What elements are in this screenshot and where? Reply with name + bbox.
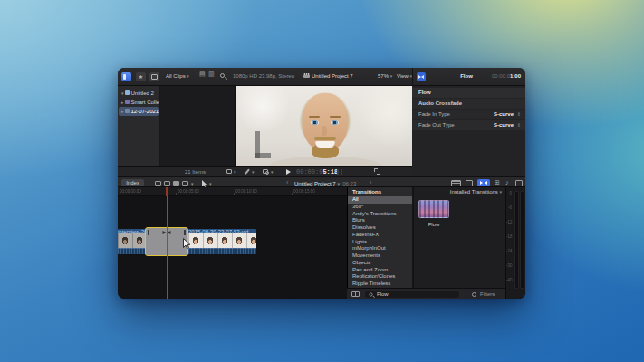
category-objects[interactable]: Objects — [348, 260, 412, 267]
search-input[interactable]: Flow — [365, 291, 459, 298]
play-button[interactable] — [286, 169, 291, 175]
popup-arrows-icon: ⇕ — [517, 120, 521, 130]
clip-appearance-icon[interactable] — [451, 180, 461, 186]
audio-meter-mini[interactable] — [341, 169, 342, 175]
category-mmorphinout[interactable]: mMorphInOut — [348, 245, 412, 252]
clip-filmstrip — [118, 233, 149, 248]
meter-db-label: -30 — [506, 263, 512, 268]
disclosure-triangle-icon[interactable]: ▸ — [121, 109, 124, 114]
filters-icon[interactable] — [472, 292, 476, 297]
search-icon — [370, 292, 373, 296]
titles-generators-sidebar-toggle[interactable] — [149, 72, 159, 81]
transitions-search-bar: Flow Filters — [347, 288, 505, 299]
sidebar-item-smart-collections[interactable]: ▸Smart Colle... — [119, 98, 159, 107]
chevron-down-icon: ▾ — [187, 73, 189, 79]
fade-out-type-popup[interactable]: S-curve — [494, 120, 514, 130]
media-info-label: 1080p HD 23.98p, Stereo — [233, 71, 294, 81]
category-all[interactable]: All — [348, 196, 412, 204]
trim-handle-right[interactable] — [184, 230, 186, 235]
timeline-project-duration: 06:23 — [342, 181, 356, 186]
event-browser[interactable] — [160, 86, 236, 166]
chevron-down-icon: ▾ — [337, 181, 340, 186]
category-andys-transitions[interactable]: Andy's Transitions — [348, 211, 412, 218]
transition-duration[interactable]: 00:00:01:00 — [492, 71, 521, 81]
index-button[interactable]: Index — [121, 179, 144, 186]
meter-db-label: -18 — [506, 234, 512, 239]
timeline-ruler[interactable]: 00:00:00:00 00:00:05:00 00:00:10:00 00:0… — [118, 187, 347, 196]
chevron-down-icon: ▾ — [390, 73, 393, 79]
effects-browser-icon[interactable] — [515, 180, 523, 186]
append-clip-icon[interactable] — [173, 181, 179, 186]
video-subject-brow — [330, 116, 341, 118]
chevron-down-icon: ▾ — [271, 169, 274, 175]
libraries-sidebar-toggle[interactable] — [121, 72, 131, 81]
disclosure-triangle-icon[interactable]: ▾ — [121, 90, 124, 96]
inspector-section-audio-crossfade[interactable]: Audio Crossfade — [412, 99, 525, 109]
timeline-clip-right[interactable]: 2015-08-30-23-07-53-vid — [188, 229, 256, 254]
skimming-icon[interactable] — [466, 180, 473, 186]
insert-clip-icon[interactable] — [164, 181, 170, 186]
filmstrip-icon — [151, 74, 158, 80]
next-project-arrow[interactable]: › — [370, 179, 371, 186]
timeline-clip-left[interactable]: interview-2015-08-30-23-07-53 — [118, 229, 149, 254]
camera-menu-icon[interactable] — [263, 169, 268, 174]
category-lights[interactable]: Lights — [348, 239, 412, 246]
ruler-timecode: 00:00:05:00 — [178, 189, 199, 194]
category-replicator-clones[interactable]: Replicator/Clones — [348, 273, 412, 281]
transitions-header: Transitions — [348, 187, 412, 196]
audio-meters: 0 -6 -12 -18 -24 -30 -40 — [505, 187, 525, 299]
transition-inspector-icon[interactable] — [417, 72, 426, 81]
category-ripple-timeless[interactable]: Ripple Timeless — [348, 281, 412, 288]
search-icon[interactable] — [220, 73, 225, 78]
installed-transitions-header[interactable]: Installed Transitions ▾ — [450, 187, 502, 196]
browser-status-bar: 21 Items ▾ ▾ ▾ 00:00:05:18 — [118, 166, 412, 176]
category-blurs[interactable]: Blurs — [348, 217, 412, 224]
filmstrip-view-button[interactable]: ▤ — [199, 71, 206, 78]
filters-label[interactable]: Filters — [480, 291, 495, 298]
arrow-tool-icon[interactable] — [202, 180, 207, 187]
clip-name-bar: 2015-08-30-23-07-53-vid — [188, 229, 256, 233]
fade-in-type-row: Fade In Type S-curve⇕ — [412, 110, 525, 119]
audio-meter-mini[interactable] — [337, 169, 339, 175]
video-subject-mustache — [314, 137, 336, 140]
disclosure-triangle-icon[interactable]: ▸ — [121, 100, 124, 105]
sidebar-item-event[interactable]: ▸12-07-2021 — [119, 107, 159, 116]
mouse-cursor — [183, 238, 191, 249]
category-movements[interactable]: Movements — [348, 252, 412, 260]
previous-project-arrow[interactable]: ‹ — [286, 179, 288, 186]
connect-clip-icon[interactable] — [155, 181, 161, 186]
meter-channel-right — [520, 191, 524, 289]
sidebar-item-library[interactable]: ▾Untitled 2 — [119, 89, 159, 98]
photos-audio-sidebar-toggle[interactable]: ★ — [136, 72, 146, 81]
clip-filter-dropdown[interactable]: All Clips ▾ — [166, 71, 189, 81]
category-fadeinsfx[interactable]: FadeInsFX — [348, 232, 412, 239]
smart-collection-icon — [125, 100, 130, 104]
media-browser-icon[interactable]: ⊞ — [495, 179, 500, 186]
viewer-timecode[interactable]: 00:00:05:18 — [296, 168, 338, 176]
music-browser-icon[interactable]: ♪ — [505, 179, 509, 186]
fullscreen-icon[interactable] — [374, 168, 380, 175]
timeline-clips-area[interactable]: 00:00:00:00 00:00:05:00 00:00:10:00 00:0… — [118, 187, 347, 299]
clip-audio-waveform — [188, 248, 256, 254]
transitions-browser-toggle[interactable] — [477, 179, 490, 186]
playhead[interactable] — [167, 187, 168, 299]
overwrite-clip-icon[interactable] — [182, 181, 188, 186]
transition-thumbnail-flow[interactable] — [418, 200, 449, 218]
category-dissolves[interactable]: Dissolves — [348, 224, 412, 232]
installed-transitions-panel: Installed Transitions ▾ Flow — [414, 187, 505, 288]
fade-in-type-popup[interactable]: S-curve — [494, 110, 514, 119]
category-360[interactable]: 360° — [348, 204, 412, 211]
libraries-sidebar: ▾Untitled 2 ▸Smart Colle... ▸12-07-2021 — [118, 86, 160, 166]
list-view-button[interactable]: ▥ — [208, 71, 215, 78]
ruler-timecode: 00:00:00:00 — [120, 189, 141, 194]
enhancements-wand-icon[interactable] — [245, 168, 250, 174]
sidebar-toggle-icon[interactable] — [351, 291, 360, 297]
inspector-section-flow[interactable]: Flow — [412, 88, 525, 98]
trim-handle-left[interactable] — [148, 230, 149, 235]
chevron-down-icon: ▾ — [191, 181, 194, 186]
chevron-down-icon: ▾ — [499, 189, 502, 195]
transform-crop-menu-icon[interactable] — [226, 169, 232, 174]
viewer-view-dropdown[interactable]: View ▾ — [397, 71, 412, 81]
viewer-zoom-dropdown[interactable]: 57% ▾ — [378, 71, 392, 81]
category-pan-and-zoom[interactable]: Pan and Zoom — [348, 267, 412, 274]
